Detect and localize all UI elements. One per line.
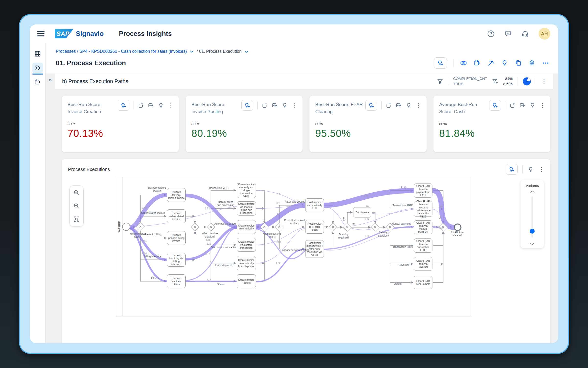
task-node[interactable]: Prepare periodic billing invoice (167, 231, 186, 245)
expand-panel-button[interactable]: » (48, 77, 52, 343)
settings-gear-icon[interactable] (528, 59, 536, 67)
filter-icon[interactable] (437, 78, 443, 85)
executions-more-icon[interactable]: ⋮ (539, 166, 544, 172)
process-tab-icon[interactable] (32, 63, 43, 73)
help-icon[interactable] (487, 30, 495, 37)
card-more-icon[interactable]: ⋮ (416, 102, 422, 108)
task-node[interactable]: Clear FI-AR item via manual payment (414, 220, 432, 234)
task-node[interactable]: Prepare delivery-related invoice (167, 188, 186, 202)
topbar: SAP Signavio Process Insights AH (30, 24, 558, 43)
chevron-down-icon[interactable] (190, 50, 194, 53)
calendar-forward-icon[interactable] (520, 102, 525, 108)
feedback-icon[interactable] (504, 30, 512, 37)
end-event[interactable] (454, 224, 462, 231)
task-node[interactable]: Prepare order-related invoice (167, 209, 186, 223)
more-actions-icon[interactable] (542, 59, 549, 67)
task-node[interactable]: Dun invoice (353, 207, 371, 217)
add-insight-button[interactable] (365, 100, 377, 111)
card-more-icon[interactable]: ⋮ (168, 102, 174, 108)
section-more-icon[interactable]: ⋮ (541, 78, 547, 84)
gateway-node[interactable]: ✕ (206, 223, 215, 231)
start-event[interactable] (122, 223, 130, 231)
edge-label: 640 (207, 279, 211, 282)
chevron-down-icon[interactable] (245, 50, 249, 53)
chevron-down-icon[interactable] (530, 242, 535, 245)
kpi-card[interactable]: Best-Run Score: Invoice Creation ⋮ 80% 7… (62, 96, 179, 152)
gateway-node[interactable]: ✕ (371, 223, 379, 231)
task-node[interactable]: Prepare invoice - others (167, 274, 186, 288)
left-rail (30, 43, 45, 343)
filter-add-icon[interactable] (492, 78, 498, 85)
gateway-node[interactable]: ✕ (191, 223, 199, 231)
export-icon[interactable] (386, 102, 392, 108)
task-node[interactable]: Clear FI-AR item via transaction FB05 (414, 238, 432, 253)
kpi-card[interactable]: Best-Run Score: Invoice Posting ⋮ 80% 80… (186, 96, 303, 152)
edge-label: 3 (210, 261, 211, 264)
task-node[interactable]: Create invoice automatically (237, 220, 256, 234)
edge-label: Billing interface (144, 255, 161, 258)
task-node[interactable]: Clear FI-AR item via payment run F110 (414, 184, 432, 198)
task-node[interactable]: Create invoice via manual billing due pr… (237, 201, 256, 216)
edge-label: Transaction FB05 (393, 245, 413, 249)
gateway-node[interactable]: ✕ (328, 223, 337, 231)
edge-label: Clearing decision? (378, 231, 389, 237)
export-icon[interactable] (262, 102, 268, 108)
variants-panel: Variants (520, 180, 544, 248)
kpi-card[interactable]: Average Best-Run Score: Cash ⋮ 80% 81.84… (433, 96, 551, 152)
zoom-fit-icon[interactable] (73, 216, 80, 222)
lightbulb-icon[interactable] (501, 59, 508, 67)
task-node[interactable]: Clear FI-AR item via account maintenance… (414, 201, 432, 217)
zoom-in-icon[interactable] (73, 190, 80, 196)
task-node[interactable]: Clear FI-AR item via reversal (414, 257, 432, 271)
calendar-forward-icon[interactable] (396, 102, 402, 108)
add-insight-button[interactable] (506, 164, 518, 175)
copy-icon[interactable] (515, 59, 522, 67)
task-node[interactable]: Clear FI-AR item - others (414, 276, 432, 289)
lightbulb-icon[interactable] (528, 166, 534, 173)
export-icon[interactable] (509, 102, 515, 108)
card-more-icon[interactable]: ⋮ (292, 102, 298, 108)
avatar[interactable]: AH (539, 28, 550, 40)
zoom-out-icon[interactable] (73, 203, 80, 209)
lightbulb-icon[interactable] (158, 102, 164, 108)
kpi-value: 80.19% (192, 128, 297, 139)
gateway-node[interactable]: ✕ (136, 222, 145, 231)
task-node[interactable]: Post invoice to FI after block (305, 220, 324, 234)
calendar-forward-icon[interactable] (148, 102, 154, 108)
pie-chart-icon[interactable] (523, 77, 531, 86)
add-insight-button[interactable] (489, 100, 501, 111)
calendar-forward-icon[interactable] (272, 102, 278, 108)
headset-icon[interactable] (521, 30, 529, 37)
chevron-up-icon[interactable] (530, 190, 535, 193)
task-node[interactable]: Create invoice - others (237, 274, 256, 288)
lightbulb-icon[interactable] (406, 102, 412, 108)
view-icon[interactable] (460, 59, 467, 67)
process-diagram[interactable]: SAP ERPPrepare delivery-related invoiceP… (111, 177, 473, 316)
menu-icon[interactable] (37, 31, 45, 36)
variants-slider[interactable] (531, 196, 533, 238)
task-node[interactable]: Create invoice automatically from shipme… (237, 256, 256, 270)
add-insight-button[interactable] (434, 57, 447, 69)
card-more-icon[interactable]: ⋮ (540, 102, 545, 108)
edge-label: Via custom transaction (211, 246, 237, 249)
add-insight-button[interactable] (241, 100, 253, 111)
page-toolbar (434, 57, 549, 69)
add-insight-button[interactable] (118, 100, 129, 111)
task-node[interactable]: Prepare invoicing via billing interface (167, 253, 186, 267)
variants-slider-handle[interactable] (530, 229, 535, 234)
gateway-node[interactable]: ✕ (260, 223, 269, 231)
task-node[interactable]: Create invoice manually via single trans… (237, 183, 256, 198)
kpi-card[interactable]: Best-Run Score: FI-AR Clearing ⋮ 80% 95.… (309, 96, 427, 152)
schedule-icon[interactable] (32, 77, 43, 87)
calendar-forward-icon[interactable] (474, 59, 481, 67)
task-node[interactable]: Create invoice via custom transaction (237, 238, 256, 252)
lightbulb-icon[interactable] (530, 102, 535, 108)
grid-view-icon[interactable] (32, 48, 43, 59)
gateway-node[interactable]: ✕ (343, 223, 351, 231)
breadcrumb-link[interactable]: Processes / SP4 - KPSD000260 - Cash coll… (56, 49, 187, 54)
magic-wand-icon[interactable] (487, 59, 495, 67)
lightbulb-icon[interactable] (282, 102, 288, 108)
export-icon[interactable] (138, 102, 144, 108)
task-node[interactable]: Post invoice automatically to FI (305, 198, 324, 212)
edge-label: 2.5k (205, 207, 210, 210)
